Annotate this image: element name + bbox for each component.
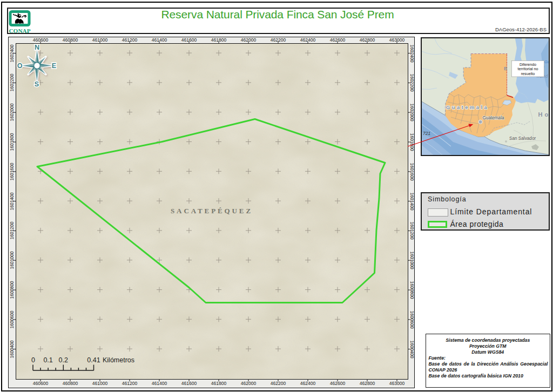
svg-text:Guatemala: Guatemala: [446, 104, 489, 110]
svg-text:resuelto: resuelto: [521, 71, 535, 76]
svg-text:Gu: Gu: [544, 59, 549, 64]
svg-text:Guatemala: Guatemala: [483, 116, 504, 120]
svg-text:San Salvador: San Salvador: [509, 136, 536, 141]
svg-text:B: B: [504, 65, 507, 71]
svg-text:721: 721: [423, 130, 430, 136]
svg-text:Ho: Ho: [538, 111, 549, 118]
